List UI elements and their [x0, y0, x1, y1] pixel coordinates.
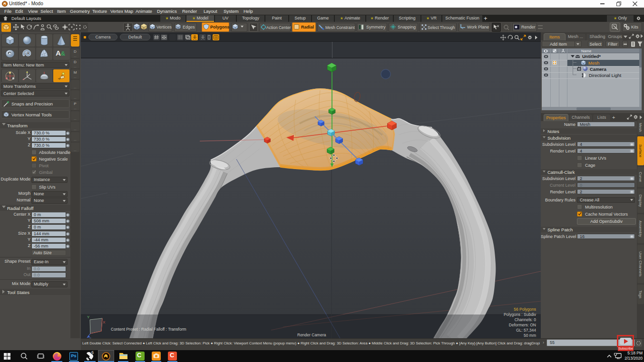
svg-text:Curve: Curve — [638, 172, 643, 182]
svg-text:Render Camera: Render Camera — [297, 333, 326, 337]
svg-text:Polygons : Subdiv: Polygons : Subdiv — [504, 312, 537, 317]
svg-text:Display: Display — [638, 194, 643, 207]
svg-text:Y: Y — [87, 315, 90, 319]
svg-text:56 Polygons: 56 Polygons — [514, 307, 536, 312]
svg-text:X: X — [103, 320, 106, 324]
svg-text:50 mm: 50 mm — [524, 333, 536, 338]
svg-text:Surface: Surface — [638, 144, 643, 158]
svg-text:GL: 57,344: GL: 57,344 — [516, 328, 536, 333]
svg-text:User Channels: User Channels — [638, 251, 643, 276]
svg-text:Content Preset : Radial Fallof: Content Preset : Radial Falloff : Transf… — [111, 327, 186, 332]
svg-text:Channels: 0: Channels: 0 — [515, 317, 537, 322]
svg-text:Deformers: ON: Deformers: ON — [509, 323, 536, 327]
svg-text:Tags: Tags — [638, 290, 643, 298]
svg-text:Assembly: Assembly — [638, 220, 643, 237]
svg-text:Mesh: Mesh — [638, 123, 643, 132]
